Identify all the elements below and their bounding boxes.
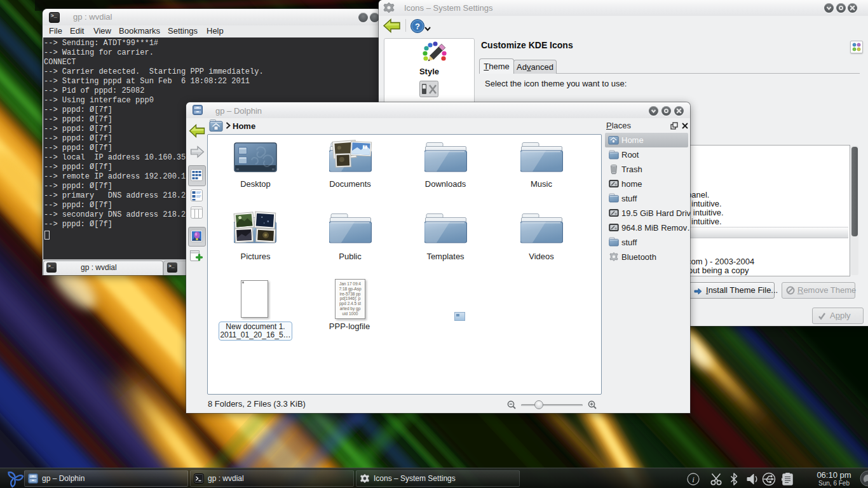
svg-text:?: ?	[415, 22, 420, 31]
svg-text:i: i	[692, 475, 695, 484]
svg-text:▮▮: ▮▮	[362, 144, 367, 149]
